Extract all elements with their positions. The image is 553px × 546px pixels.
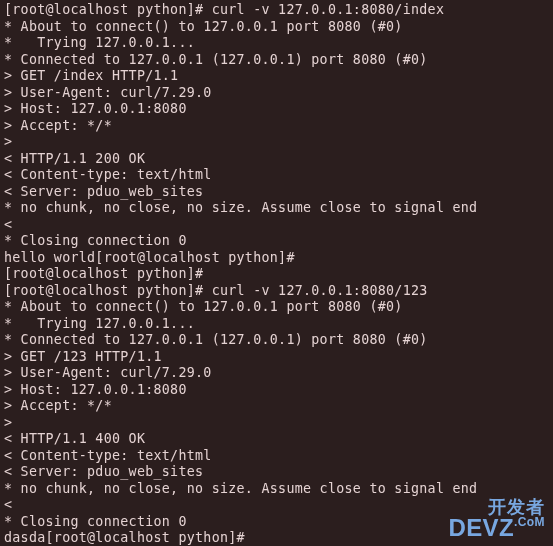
terminal-line: > GET /123 HTTP/1.1	[4, 349, 549, 366]
terminal-line: > Accept: */*	[4, 118, 549, 135]
terminal-line: * About to connect() to 127.0.0.1 port 8…	[4, 299, 549, 316]
terminal-line: * Connected to 127.0.0.1 (127.0.0.1) por…	[4, 52, 549, 69]
terminal-line: * Trying 127.0.0.1...	[4, 35, 549, 52]
terminal-line: [root@localhost python]# curl -v 127.0.0…	[4, 2, 549, 19]
terminal-line: < Server: pduo_web_sites	[4, 464, 549, 481]
terminal-line: < HTTP/1.1 400 OK	[4, 431, 549, 448]
terminal-line: * no chunk, no close, no size. Assume cl…	[4, 481, 549, 498]
terminal-line: >	[4, 134, 549, 151]
terminal-line: * Connected to 127.0.0.1 (127.0.0.1) por…	[4, 332, 549, 349]
terminal-line: < Content-type: text/html	[4, 448, 549, 465]
terminal-line: [root@localhost python]#	[4, 266, 549, 283]
terminal-line: hello world[root@localhost python]#	[4, 250, 549, 267]
terminal-line: >	[4, 415, 549, 432]
terminal-line: < Server: pduo_web_sites	[4, 184, 549, 201]
terminal-line: <	[4, 497, 549, 514]
terminal-line: * Closing connection 0	[4, 514, 549, 531]
terminal-line: * Trying 127.0.0.1...	[4, 316, 549, 333]
terminal-line: * About to connect() to 127.0.0.1 port 8…	[4, 19, 549, 36]
terminal-line: dasda[root@localhost python]#	[4, 530, 549, 546]
terminal-line: > Host: 127.0.0.1:8080	[4, 382, 549, 399]
terminal-line: > Accept: */*	[4, 398, 549, 415]
terminal-line: > GET /index HTTP/1.1	[4, 68, 549, 85]
terminal-line: > User-Agent: curl/7.29.0	[4, 365, 549, 382]
terminal-line: > User-Agent: curl/7.29.0	[4, 85, 549, 102]
terminal-line: < HTTP/1.1 200 OK	[4, 151, 549, 168]
terminal-line: > Host: 127.0.0.1:8080	[4, 101, 549, 118]
terminal-line: * Closing connection 0	[4, 233, 549, 250]
terminal-output: [root@localhost python]# curl -v 127.0.0…	[4, 2, 549, 546]
terminal-line: <	[4, 217, 549, 234]
terminal-line: [root@localhost python]# curl -v 127.0.0…	[4, 283, 549, 300]
terminal-line: * no chunk, no close, no size. Assume cl…	[4, 200, 549, 217]
terminal-line: < Content-type: text/html	[4, 167, 549, 184]
